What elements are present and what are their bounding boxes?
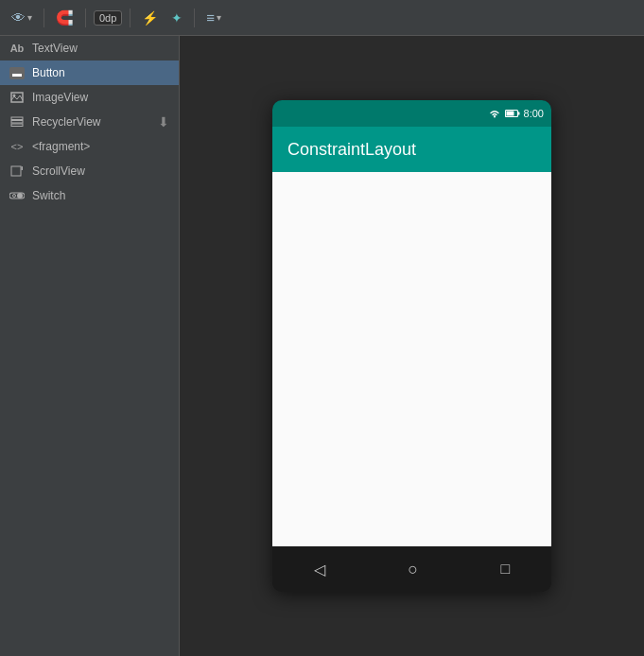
- palette-item-scrollview[interactable]: ScrollView: [0, 159, 179, 183]
- align-button[interactable]: ⚡: [138, 9, 162, 27]
- svg-point-8: [17, 193, 23, 199]
- eye-button[interactable]: 👁 ▾: [8, 8, 36, 27]
- svg-rect-13: [506, 112, 513, 116]
- phone-app-bar: ConstraintLayout: [272, 127, 551, 172]
- switch-icon: [9, 188, 25, 203]
- text-align-dropdown-icon: ▾: [217, 12, 221, 23]
- toolbar-separator-4: [194, 9, 195, 27]
- palette-panel: Ab TextView ▬ Button ImageView: [0, 36, 180, 656]
- dimension-badge[interactable]: 0dp: [94, 10, 122, 26]
- eye-dropdown-icon: ▾: [27, 12, 32, 23]
- palette-item-fragment[interactable]: <> <fragment>: [0, 134, 179, 159]
- palette-item-button[interactable]: ▬ Button: [0, 60, 179, 85]
- fragment-label: <fragment>: [32, 140, 169, 153]
- button-label: Button: [32, 66, 169, 79]
- app-bar-title: ConstraintLayout: [287, 140, 416, 160]
- toolbar-separator-3: [130, 9, 131, 27]
- wand-button[interactable]: ✦: [167, 9, 186, 27]
- svg-rect-4: [11, 124, 23, 127]
- imageview-icon: [9, 90, 25, 105]
- scrollview-label: ScrollView: [32, 164, 169, 178]
- dimension-label: 0dp: [99, 12, 116, 24]
- phone-status-bar: 8:00: [272, 100, 551, 127]
- status-icons: 8:00: [488, 108, 544, 119]
- align-icon: ⚡: [142, 10, 158, 26]
- palette-item-imageview[interactable]: ImageView: [0, 85, 179, 110]
- text-align-icon: ≡: [206, 9, 215, 26]
- battery-icon: [505, 109, 520, 118]
- status-time: 8:00: [524, 108, 544, 119]
- phone-content-area: [272, 172, 551, 546]
- svg-rect-2: [11, 117, 23, 120]
- magnet-icon: 🧲: [56, 9, 74, 26]
- imageview-label: ImageView: [32, 91, 169, 104]
- eye-icon: 👁: [11, 9, 26, 26]
- nav-home-button[interactable]: ○: [408, 560, 418, 579]
- svg-rect-3: [11, 121, 23, 124]
- main-area: Ab TextView ▬ Button ImageView: [0, 36, 644, 656]
- phone-nav-bar: ◁ ○ □: [272, 546, 551, 592]
- palette-item-switch[interactable]: Switch: [0, 183, 179, 208]
- text-align-button[interactable]: ≡ ▾: [202, 8, 225, 27]
- svg-point-1: [13, 95, 16, 97]
- toolbar-separator-1: [44, 9, 44, 27]
- main-toolbar: 👁 ▾ 🧲 0dp ⚡ ✦ ≡ ▾: [0, 0, 644, 36]
- svg-rect-5: [11, 166, 21, 176]
- switch-label: Switch: [32, 189, 169, 202]
- svg-rect-6: [22, 166, 24, 170]
- svg-point-10: [494, 116, 496, 118]
- fragment-icon: <>: [9, 139, 25, 154]
- recyclerview-label: RecyclerView: [32, 115, 150, 129]
- nav-overview-button[interactable]: □: [501, 561, 511, 578]
- palette-item-recyclerview[interactable]: RecyclerView ⬇: [0, 110, 179, 134]
- nav-back-button[interactable]: ◁: [314, 561, 325, 578]
- wifi-icon: [488, 109, 501, 118]
- recyclerview-icon: [9, 114, 25, 129]
- scrollview-icon: [9, 164, 25, 179]
- svg-point-9: [13, 195, 16, 198]
- button-icon: ▬: [9, 65, 25, 80]
- wand-icon: ✦: [171, 10, 183, 26]
- textview-icon: Ab: [9, 41, 25, 56]
- svg-rect-12: [517, 112, 519, 115]
- palette-item-textview[interactable]: Ab TextView: [0, 36, 179, 60]
- toolbar-separator-2: [85, 9, 86, 27]
- download-icon[interactable]: ⬇: [158, 114, 169, 129]
- design-canvas[interactable]: 8:00 ConstraintLayout ◁ ○ □: [180, 36, 644, 656]
- textview-label: TextView: [32, 42, 169, 55]
- magnet-button[interactable]: 🧲: [52, 8, 78, 28]
- phone-mockup: 8:00 ConstraintLayout ◁ ○ □: [272, 100, 551, 592]
